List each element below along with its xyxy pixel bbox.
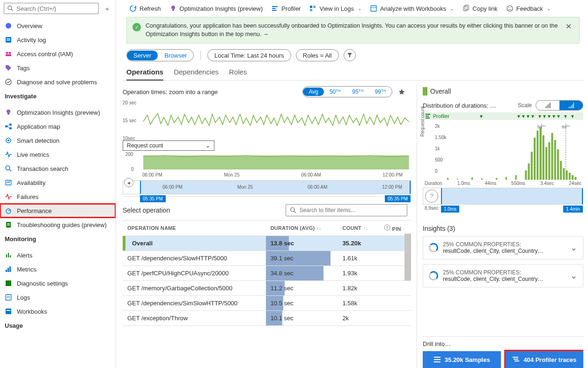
sidebar-item-failures[interactable]: Failures	[0, 190, 116, 204]
svg-rect-26	[7, 225, 10, 226]
tab-dependencies[interactable]: Dependencies	[174, 66, 219, 80]
sidebar-item-logs[interactable]: Logs	[0, 290, 116, 304]
sidebar-item-tags[interactable]: Tags	[0, 61, 116, 75]
sidebar-item-smart-detection[interactable]: Smart detection	[0, 133, 116, 147]
sidebar-item-live-metrics[interactable]: Live metrics	[0, 147, 116, 162]
sidebar-item-workbooks[interactable]: Workbooks	[0, 304, 116, 318]
pin-chart-button[interactable]	[396, 86, 407, 97]
sidebar-item-alerts[interactable]: Alerts	[0, 248, 116, 262]
sidebar-item-activity-log[interactable]: Activity log	[0, 33, 116, 47]
drill-into: Drill into… 35.20k Samples 404 Profiler …	[423, 336, 583, 368]
table-row[interactable]: GET /dependencies/SimSlowHTTP/500010.5 s…	[123, 296, 411, 311]
svg-point-51	[507, 6, 513, 11]
svg-rect-27	[6, 254, 7, 258]
th-duration[interactable]: DURATION (AVG)↑↓	[266, 221, 338, 236]
sidebar-item-performance[interactable]: Performance	[0, 204, 116, 218]
scrollbar[interactable]	[404, 234, 411, 280]
sidebar-item-application-map[interactable]: Application map	[0, 119, 116, 133]
operation-filter-input[interactable]	[300, 207, 403, 213]
scale-linear[interactable]	[536, 101, 559, 110]
th-count[interactable]: COUNT↑↓	[338, 221, 379, 236]
percentile-toggle[interactable]: Avg 50ᵀᴴ 95ᵀᴴ 99ᵀᴴ	[302, 86, 392, 97]
table-row[interactable]: GET /exception/Throw10.1 sec2k	[123, 311, 411, 326]
chevron-down-icon: ⌄	[570, 243, 577, 253]
tab-roles[interactable]: Roles	[229, 66, 247, 80]
scale-log[interactable]	[559, 101, 583, 110]
svg-point-19	[6, 166, 10, 170]
sidebar-item-label: Optimization Insights (preview)	[17, 109, 100, 116]
add-filter-button[interactable]	[344, 49, 356, 61]
traces-icon	[512, 356, 520, 363]
cell-pin[interactable]	[379, 281, 411, 296]
sidebar-item-label: Tags	[17, 65, 29, 72]
duration-badge-right: 1.4min	[563, 206, 583, 213]
cell-duration: 39.1 sec	[266, 251, 338, 266]
sidebar-item-metrics[interactable]: Metrics	[0, 262, 116, 276]
p95-pill[interactable]: 95ᵀᴴ	[346, 88, 369, 96]
tags-icon	[5, 64, 12, 72]
onboarding-banner[interactable]: ✓ Congratulations, your application has …	[126, 17, 580, 44]
profiler-strip[interactable]: Profiler ▼ ▼▼▼▼ ▼▼▼▼▼ ▼▼	[423, 112, 583, 120]
insight-card[interactable]: 25% COMMON PROPERTIES:resultCode, client…	[423, 236, 583, 259]
sidebar-item-availability[interactable]: Availability	[0, 176, 116, 190]
operation-times-chart[interactable]: 20 sec 15 sec 10sec Request count⌄ 200 0	[123, 100, 411, 197]
cell-pin[interactable]	[379, 296, 411, 311]
sidebar-item-optimization-insights-preview-[interactable]: Optimization Insights (preview)	[0, 105, 116, 119]
sidebar-item-label: Diagnose and solve problems	[17, 79, 97, 86]
sidebar-item-diagnostic-settings[interactable]: Diagnostic settings	[0, 276, 116, 290]
perf-icon	[5, 207, 12, 214]
tab-operations[interactable]: Operations	[126, 66, 163, 81]
y-tick: 200	[125, 152, 133, 157]
svg-rect-81	[560, 161, 562, 180]
time-brush[interactable]: ◄ 05:35 PM 05:35 PM 06:00 PMMon 2506:00 …	[123, 180, 411, 194]
avg-pill[interactable]: Avg	[303, 88, 323, 96]
roles-filter[interactable]: Roles = All	[296, 49, 339, 61]
insights-heading: Insights (3)	[423, 225, 583, 232]
p50-pill[interactable]: 50ᵀᴴ	[324, 88, 346, 96]
help-icon[interactable]: ?	[425, 190, 438, 203]
th-operation[interactable]: OPERATION NAME	[123, 221, 266, 236]
operation-filter[interactable]	[286, 204, 407, 216]
svg-rect-96	[514, 361, 519, 361]
sidebar-item-access-control-iam-[interactable]: Access control (IAM)	[0, 47, 116, 61]
duration-brush[interactable]: ? 1.0ms 1.4min	[423, 188, 583, 205]
scale-toggle[interactable]	[536, 100, 583, 110]
chart-title: Operation times: zoom into a range	[123, 88, 218, 96]
table-row[interactable]: GET /dependencies/SlowHTTP/500039.1 sec1…	[123, 251, 411, 266]
time-range-filter[interactable]: Local Time: Last 24 hours	[207, 49, 291, 61]
samples-button[interactable]: 35.20k Samples	[423, 351, 501, 368]
optimization-insights-button[interactable]: Optimization Insights (preview)	[169, 5, 263, 12]
table-row[interactable]: GET /memory/GarbageCollection/500011.2 s…	[123, 281, 411, 296]
profiler-button[interactable]: Profiler	[271, 5, 301, 12]
server-browser-toggle[interactable]: Server Browser	[126, 49, 194, 61]
duration-histogram[interactable]: Request count 2k1.50k1k5000	[423, 124, 583, 180]
banner-close-button[interactable]: ✕	[564, 22, 573, 31]
sidebar-item-overview[interactable]: Overview	[0, 19, 116, 33]
p99-pill[interactable]: 99ᵀᴴ	[369, 88, 392, 96]
sidebar-item-troubleshooting-guides-preview-[interactable]: Troubleshooting guides (preview)	[0, 218, 116, 232]
refresh-button[interactable]: Refresh	[129, 5, 161, 12]
feedback-button[interactable]: Feedback⌄	[506, 5, 551, 12]
sidebar-collapse-toggle[interactable]: «	[102, 3, 113, 14]
server-pill[interactable]: Server	[127, 51, 158, 60]
workbooks-button[interactable]: Analyze with Workbooks⌄	[370, 5, 454, 12]
request-count-dropdown[interactable]: Request count⌄	[123, 140, 214, 151]
svg-rect-54	[143, 155, 409, 169]
table-row[interactable]: GET /perfCPU/HighCPUAsync/2000034.8 sec1…	[123, 266, 411, 281]
svg-line-56	[294, 211, 296, 213]
cell-pin[interactable]	[379, 311, 411, 326]
insight-card[interactable]: 25% COMMON PROPERTIES:resultCode, client…	[423, 264, 583, 287]
profiler-traces-button[interactable]: 404 Profiler traces	[506, 351, 584, 368]
sidebar-search[interactable]	[4, 3, 99, 14]
brush-label-right: 05:35 PM	[385, 195, 411, 202]
copy-link-button[interactable]: Copy link	[462, 5, 497, 12]
sidebar-item-transaction-search[interactable]: Transaction search	[0, 162, 116, 176]
browser-pill[interactable]: Browser	[158, 51, 193, 60]
sidebar-item-diagnose-and-solve-problems[interactable]: Diagnose and solve problems	[0, 75, 116, 89]
sidebar-search-input[interactable]	[16, 5, 96, 12]
svg-rect-67	[506, 177, 507, 180]
svg-rect-85	[572, 175, 573, 180]
cell-count: 1.93k	[338, 266, 379, 281]
view-in-logs-button[interactable]: View in Logs⌄	[309, 5, 361, 12]
table-row[interactable]: Overall13.8 sec35.20k	[123, 236, 411, 251]
